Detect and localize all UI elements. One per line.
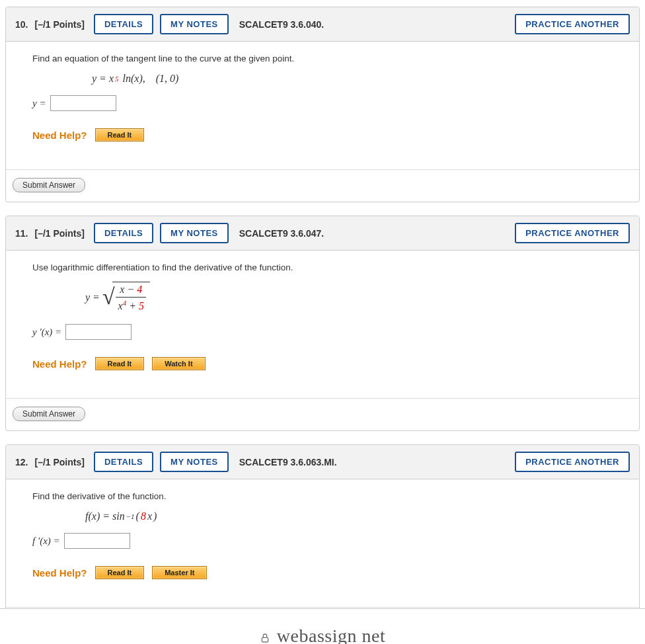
content-scroll[interactable]: 10. [–/1 Points] DETAILS MY NOTES SCALCE… bbox=[0, 0, 645, 608]
help-row: Need Help? Read It Master It bbox=[32, 566, 613, 579]
my-notes-button[interactable]: MY NOTES bbox=[160, 14, 229, 34]
read-it-button[interactable]: Read It bbox=[95, 357, 145, 370]
submit-row: Submit Answer bbox=[6, 169, 639, 202]
answer-label: y ′(x) = bbox=[32, 327, 61, 338]
details-button[interactable]: DETAILS bbox=[94, 223, 153, 243]
submit-row: Submit Answer bbox=[6, 398, 639, 430]
source-id: SCALCET9 3.6.063.MI. bbox=[239, 457, 337, 467]
question-11: 11. [–/1 Points] DETAILS MY NOTES SCALCE… bbox=[5, 216, 640, 431]
question-body: Find an equation of the tangent line to … bbox=[6, 42, 639, 161]
my-notes-button[interactable]: MY NOTES bbox=[160, 452, 229, 472]
answer-label: f ′(x) = bbox=[32, 536, 60, 547]
equation: y = x5 ln(x), (1, 0) bbox=[92, 73, 613, 85]
submit-answer-button[interactable]: Submit Answer bbox=[13, 178, 85, 192]
my-notes-button[interactable]: MY NOTES bbox=[160, 223, 229, 243]
answer-input[interactable] bbox=[65, 324, 132, 340]
svg-rect-0 bbox=[262, 637, 268, 642]
question-prompt: Use logarithmic differentiation to find … bbox=[32, 262, 613, 272]
help-row: Need Help? Read It Watch It bbox=[32, 357, 613, 370]
answer-input[interactable] bbox=[50, 95, 116, 111]
footer-bar: webassign net bbox=[0, 608, 645, 644]
need-help-label: Need Help? bbox=[32, 358, 87, 370]
question-points: [–/1 Points] bbox=[34, 19, 84, 30]
question-header: 11. [–/1 Points] DETAILS MY NOTES SCALCE… bbox=[6, 216, 639, 251]
equation: f(x) = sin−1(8x) bbox=[85, 510, 613, 522]
watch-it-button[interactable]: Watch It bbox=[152, 357, 205, 370]
question-body: Find the derivative of the function. f(x… bbox=[6, 479, 639, 599]
footer-text: webassign net bbox=[277, 625, 385, 645]
question-12: 12. [–/1 Points] DETAILS MY NOTES SCALCE… bbox=[5, 444, 640, 608]
need-help-label: Need Help? bbox=[32, 130, 87, 141]
answer-input[interactable] bbox=[64, 533, 130, 549]
question-number: 10. bbox=[15, 19, 28, 30]
need-help-label: Need Help? bbox=[32, 567, 87, 579]
question-number: 11. bbox=[15, 228, 28, 239]
details-button[interactable]: DETAILS bbox=[94, 452, 153, 472]
answer-row: y = bbox=[32, 95, 613, 111]
answer-row: y ′(x) = bbox=[32, 324, 613, 340]
answer-label: y = bbox=[32, 98, 46, 109]
read-it-button[interactable]: Read It bbox=[95, 566, 145, 579]
question-header: 12. [–/1 Points] DETAILS MY NOTES SCALCE… bbox=[6, 445, 639, 479]
source-id: SCALCET9 3.6.047. bbox=[239, 228, 324, 239]
read-it-button[interactable]: Read It bbox=[95, 128, 145, 141]
radical-icon: √ bbox=[102, 291, 115, 302]
answer-row: f ′(x) = bbox=[32, 533, 613, 549]
practice-another-button[interactable]: PRACTICE ANOTHER bbox=[515, 223, 630, 243]
question-prompt: Find the derivative of the function. bbox=[32, 491, 613, 501]
master-it-button[interactable]: Master It bbox=[152, 566, 207, 579]
question-body: Use logarithmic differentiation to find … bbox=[6, 251, 639, 390]
fraction: x − 4 x4 + 5 bbox=[112, 282, 150, 313]
lock-icon bbox=[260, 627, 270, 639]
question-points: [–/1 Points] bbox=[34, 457, 84, 467]
submit-answer-button[interactable]: Submit Answer bbox=[13, 407, 85, 421]
question-header: 10. [–/1 Points] DETAILS MY NOTES SCALCE… bbox=[6, 7, 639, 42]
practice-another-button[interactable]: PRACTICE ANOTHER bbox=[515, 452, 630, 472]
question-number: 12. bbox=[15, 457, 28, 467]
question-prompt: Find an equation of the tangent line to … bbox=[32, 54, 613, 63]
source-id: SCALCET9 3.6.040. bbox=[239, 19, 324, 30]
practice-another-button[interactable]: PRACTICE ANOTHER bbox=[515, 14, 630, 34]
equation: y = √ x − 4 x4 + 5 bbox=[85, 282, 613, 313]
help-row: Need Help? Read It bbox=[32, 128, 613, 141]
details-button[interactable]: DETAILS bbox=[94, 14, 153, 34]
question-points: [–/1 Points] bbox=[34, 228, 84, 239]
question-10: 10. [–/1 Points] DETAILS MY NOTES SCALCE… bbox=[5, 7, 640, 202]
